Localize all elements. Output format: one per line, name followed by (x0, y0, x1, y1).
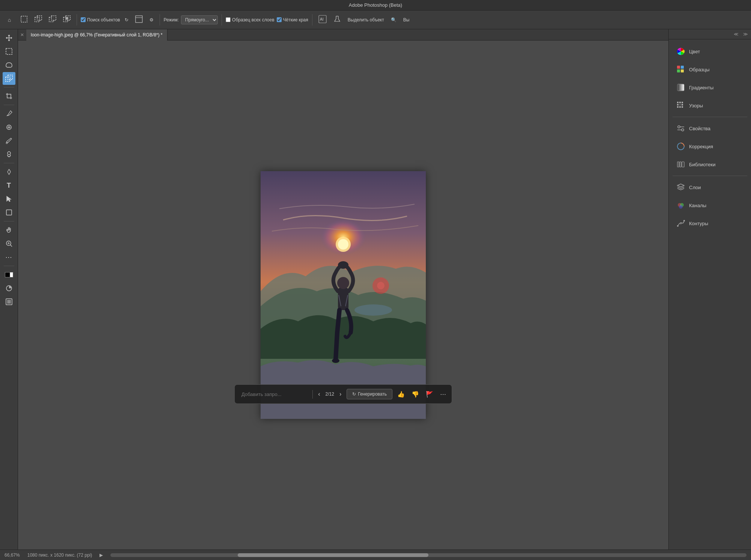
panel-item-paths[interactable]: Контуры (671, 215, 749, 232)
expand-panel-label: Вы (403, 17, 410, 23)
canvas-container[interactable]: ‹ 2/12 › ↻ Генерировать 👍 👎 (18, 41, 668, 549)
svg-rect-64 (680, 162, 681, 167)
svg-rect-43 (677, 66, 680, 69)
panel-item-layers[interactable]: Слои (671, 179, 749, 196)
gear-icon: ⚙ (149, 17, 154, 23)
shape-tool[interactable] (3, 206, 15, 219)
samples-icon (676, 65, 685, 74)
svg-rect-2 (37, 16, 42, 20)
scrollbar-thumb (238, 553, 428, 557)
svg-rect-55 (677, 106, 679, 108)
clone-stamp-tool[interactable] (3, 148, 15, 161)
add-selection-button[interactable] (32, 14, 44, 26)
select-object-button[interactable]: Выделить объект (345, 16, 386, 24)
thumbs-down-button[interactable]: 👎 (410, 389, 421, 399)
svg-rect-56 (679, 106, 681, 108)
quick-mask-tool[interactable] (3, 282, 15, 295)
sharp-edges-checkbox[interactable]: Чёткие края (277, 17, 308, 23)
more-tools-btn[interactable]: ⋯ (3, 251, 15, 263)
flag-icon: 🚩 (426, 391, 433, 397)
svg-rect-0 (21, 16, 27, 22)
subject-search-input[interactable] (81, 17, 86, 22)
expand-panel-button[interactable]: Вы (401, 16, 412, 24)
search-button[interactable]: 🔍 (389, 16, 399, 24)
svg-rect-30 (7, 300, 11, 304)
thumbs-up-button[interactable]: 👍 (395, 389, 407, 399)
svg-rect-63 (677, 162, 679, 167)
separator-4 (312, 14, 312, 26)
subtract-selection-button[interactable] (47, 14, 59, 26)
generate-button[interactable]: ↻ Генерировать (347, 389, 392, 399)
horizontal-scrollbar[interactable] (110, 553, 746, 557)
flag-button[interactable]: 🚩 (424, 389, 435, 399)
panel-item-patterns[interactable]: Узоры (671, 97, 749, 114)
next-generation-button[interactable]: › (337, 389, 344, 399)
document-tab-label: loon-image-high.jpeg @ 66,7% (Генеративн… (31, 32, 163, 38)
subject-search-checkbox[interactable]: Поиск объектов (81, 17, 120, 23)
panel-item-channels[interactable]: Каналы (671, 197, 749, 214)
intersect-selection-button[interactable] (61, 14, 73, 26)
collapse-left-button[interactable]: ≪ (732, 31, 740, 38)
selection-tool[interactable] (3, 45, 15, 58)
ai-icon: AI (318, 15, 327, 24)
prev-generation-button[interactable]: ‹ (316, 389, 322, 399)
thumbs-down-icon: 👎 (412, 391, 419, 397)
generative-input[interactable] (238, 390, 313, 399)
panel-item-correction[interactable]: Коррекция (671, 138, 749, 155)
fg-bg-colors[interactable] (3, 268, 15, 281)
panel-item-properties[interactable]: Свойства (671, 120, 749, 137)
brush-tool[interactable] (3, 134, 15, 147)
settings-button[interactable]: ⚙ (147, 16, 156, 24)
more-options-button[interactable]: ⋯ (438, 389, 448, 399)
generation-counter: 2/12 (326, 391, 334, 397)
panel-item-gradients[interactable]: Градиенты (671, 79, 749, 96)
home-button[interactable]: ⌂ (3, 14, 16, 26)
pen-tool[interactable] (3, 166, 15, 178)
mode-dropdown[interactable]: Прямоуго... (181, 15, 218, 24)
eyedropper-tool[interactable] (3, 107, 15, 120)
panel-item-color[interactable]: Цвет (671, 43, 749, 60)
dimensions: 1080 пикс. x 1620 пикс. (72 ppi) (27, 552, 92, 558)
expand-status-icon[interactable]: ▶ (100, 552, 103, 558)
sample-all-layers-checkbox[interactable]: Образец всех слоев (226, 17, 274, 23)
expand-view-button[interactable] (133, 14, 145, 26)
libraries-label: Библиотеки (689, 162, 715, 167)
flask-button[interactable] (331, 14, 343, 26)
lasso-tool[interactable] (3, 59, 15, 71)
color-wheel-icon (676, 47, 685, 56)
prev-icon: ‹ (318, 391, 320, 397)
crop-tool[interactable] (3, 90, 15, 102)
text-tool[interactable]: T (3, 179, 15, 192)
screen-mode-tool[interactable] (3, 295, 15, 308)
svg-rect-51 (682, 102, 683, 103)
properties-label: Свойства (689, 126, 710, 131)
home-icon: ⌂ (5, 16, 14, 24)
svg-point-70 (683, 220, 685, 221)
hand-tool[interactable] (3, 224, 15, 236)
landscape-svg (261, 171, 426, 419)
zoom-tool[interactable] (3, 237, 15, 250)
svg-point-69 (677, 225, 679, 227)
refresh-button[interactable]: ↻ (122, 16, 131, 24)
magic-wand-tool[interactable] (3, 72, 15, 85)
tab-close-button[interactable]: ✕ (18, 32, 26, 38)
panel-items-list: Цвет Образцы (669, 39, 751, 235)
color-label: Цвет (689, 49, 700, 54)
libraries-icon (676, 160, 685, 169)
collapse-right-button[interactable]: ≫ (742, 31, 749, 38)
panel-item-samples[interactable]: Образцы (671, 61, 749, 78)
svg-rect-44 (681, 66, 684, 69)
new-selection-button[interactable] (18, 14, 30, 26)
paths-label: Контуры (689, 221, 708, 226)
direct-select-tool[interactable] (3, 193, 15, 205)
title-bar: Adobe Photoshop (Beta) (0, 0, 751, 11)
healing-tool[interactable] (3, 121, 15, 134)
panel-item-libraries[interactable]: Библиотеки (671, 156, 749, 173)
ai-button[interactable]: AI (316, 14, 329, 26)
sharp-edges-input[interactable] (277, 17, 282, 22)
tool-separator-3 (4, 163, 14, 163)
move-tool[interactable] (3, 32, 15, 44)
svg-rect-52 (677, 104, 679, 105)
sample-all-layers-input[interactable] (226, 17, 231, 22)
document-tab[interactable]: loon-image-high.jpeg @ 66,7% (Генеративн… (26, 29, 167, 41)
